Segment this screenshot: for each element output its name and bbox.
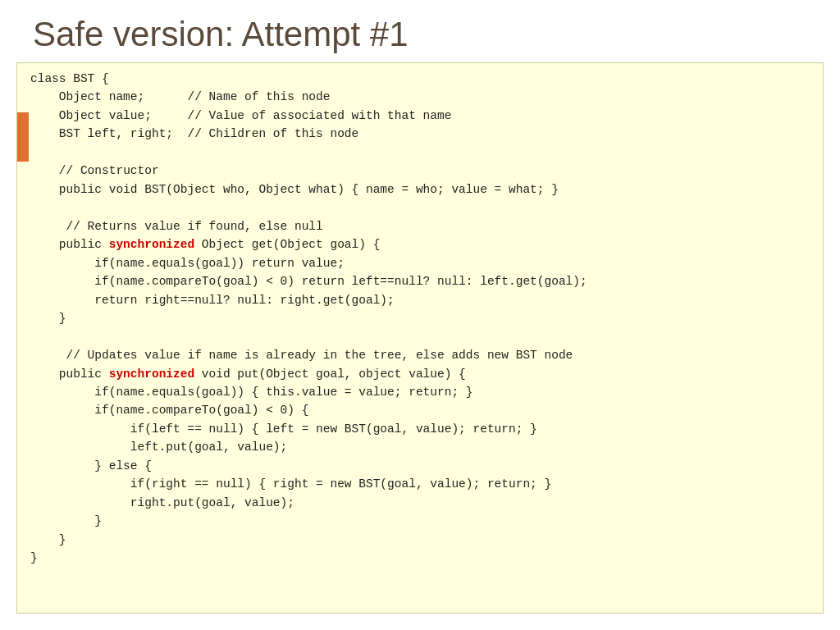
slide-title: Safe version: Attempt #1 [33, 15, 807, 54]
code-area-wrapper: class BST { Object name; // Name of this… [0, 62, 840, 630]
code-line-17: public synchronized void put(Object goal… [30, 368, 466, 381]
title-area: Safe version: Attempt #1 [0, 0, 840, 62]
code-line-23: if(right == null) { right = new BST(goal… [30, 477, 551, 491]
code-line-26: } [30, 533, 66, 546]
code-line-20: if(left == null) { left = new BST(goal, … [30, 422, 537, 436]
code-line-13: return right==null? null: right.get(goal… [30, 294, 395, 307]
code-line-22: } else { [30, 459, 152, 472]
code-block: class BST { Object name; // Name of this… [16, 62, 824, 614]
code-line-25: } [30, 514, 102, 527]
slide-container: Safe version: Attempt #1 class BST { Obj… [0, 0, 840, 630]
code-line-7: public void BST(Object who, Object what)… [30, 183, 559, 196]
code-line-3: Object value; // Value of associated wit… [30, 109, 451, 122]
code-line-12: if(name.compareTo(goal) < 0) return left… [30, 275, 587, 288]
code-line-9: // Returns value if found, else null [30, 220, 323, 233]
code-line-18: if(name.equals(goal)) { this.value = val… [30, 386, 473, 399]
code-line-4: BST left, right; // Children of this nod… [30, 127, 358, 140]
code-line-24: right.put(goal, value); [30, 496, 294, 509]
code-line-16: // Updates value if name is already in t… [30, 349, 573, 362]
code-line-19: if(name.compareTo(goal) < 0) { [30, 404, 308, 417]
code-content: class BST { Object name; // Name of this… [17, 63, 823, 574]
code-line-11: if(name.equals(goal)) return value; [30, 257, 345, 270]
code-line-21: left.put(goal, value); [30, 441, 287, 454]
code-line-27: } [30, 551, 38, 564]
code-line-2: Object name; // Name of this node [30, 90, 330, 103]
code-line-14: } [30, 312, 66, 325]
code-line-1: class BST { [30, 72, 109, 85]
code-line-10: public synchronized Object get(Object go… [30, 238, 380, 251]
code-line-6: // Constructor [30, 164, 159, 177]
orange-tab [17, 112, 29, 162]
